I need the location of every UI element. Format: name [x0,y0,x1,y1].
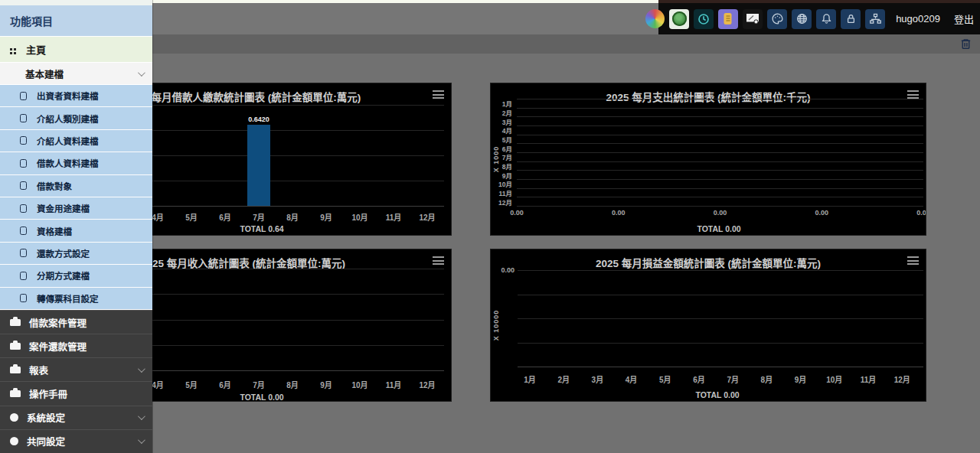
axis-unit-label: X 1000 [492,146,500,173]
sidebar-item-6[interactable]: 資金用途建檔 [0,197,152,220]
sidebar-item-5[interactable]: 借款對象 [0,175,152,197]
sidebar-item-label: 借款案件管理 [29,315,143,330]
axis-tick-label: 0.00 [492,266,514,274]
form-icon [20,181,27,190]
chevron-down-icon [138,69,145,77]
sidebar-item-label: 分期方式建檔 [37,269,90,282]
sidebar-title: 功能項目 [0,5,152,37]
gridline [517,143,923,144]
sidebar-item-label: 案件還款管理 [29,339,143,354]
sidebar-dark-item-3[interactable]: 報表 [0,357,152,381]
axis-unit-label: X 10000 [492,310,500,341]
chart-menu-icon[interactable] [433,256,444,265]
navbar-right-panel: hugo0209 登出 [658,0,980,34]
sidebar-item-1[interactable]: 出資者資料建檔 [0,85,152,107]
chart-title: 2025 每月損益金額統計圖表 (統計金額單位:萬元) [491,255,926,270]
axis-category-label: 11月 [861,373,877,385]
axis-tick-label: 0.00 [916,209,926,217]
axis-category-label: 7月 [727,373,739,385]
sidebar-group-basic-setup[interactable]: 基本建檔 [0,63,152,85]
sidebar-dark-item-1[interactable]: 借款案件管理 [0,310,152,334]
sphere-icon [10,437,18,445]
sitemap-icon[interactable] [865,9,885,29]
axis-category-label: 9月 [502,171,512,180]
sidebar-dark-item-5[interactable]: 系統設定 [0,406,152,429]
gridline [517,170,923,171]
sidebar-item-label: 介紹人類別建檔 [37,112,99,125]
scroll-icon[interactable] [718,9,738,29]
globe-icon[interactable] [792,9,812,29]
bell-icon[interactable] [816,9,836,29]
sidebar-item-9[interactable]: 分期方式建檔 [0,265,152,287]
axis-category-label: 8月 [286,379,299,390]
chart-menu-icon[interactable] [433,90,444,99]
chart-total: TOTAL 0.64 [240,224,283,233]
sidebar-dark-item-4[interactable]: 操作手冊 [0,381,152,405]
sidebar-item-label: 借款對象 [37,180,72,192]
sidebar-item-label: 操作手冊 [29,386,143,401]
chevron-down-icon [138,365,145,373]
sidebar-item-3[interactable]: 介紹人資料建檔 [0,130,152,152]
axis-category-label: 5月 [185,379,198,390]
axis-category-label: 5月 [185,211,198,223]
clock-icon[interactable] [694,9,714,29]
logout-button[interactable]: 登出 [954,11,974,26]
sidebar-item-label: 共同設定 [27,434,138,448]
form-icon [20,226,27,235]
gridline [518,270,923,271]
sidebar-dark-item-2[interactable]: 案件還款管理 [0,334,152,357]
sidebar-item-7[interactable]: 資格建檔 [0,220,152,242]
chart-menu-icon[interactable] [907,256,919,265]
logo-green-icon[interactable] [669,9,689,29]
trash-icon[interactable] [959,37,972,51]
axis-category-label: 2月 [557,373,570,385]
logo-colorful-icon[interactable] [645,9,665,29]
gridline [517,179,923,180]
lock-icon[interactable] [841,9,861,29]
gridline [517,125,923,126]
sidebar-item-4[interactable]: 借款人資料建檔 [0,152,152,174]
axis-category-label: 12月 [894,373,910,385]
sidebar-item-10[interactable]: 轉傳票科目設定 [0,288,152,310]
axis-category-label: 9月 [320,379,332,390]
sidebar-item-home[interactable]: 主頁 [0,37,152,63]
topbar-icons [645,9,885,29]
axis-category-label: 7月 [253,211,265,223]
sidebar-item-label: 借款人資料建檔 [37,157,99,169]
palette-icon[interactable] [767,9,787,29]
axis-tick-label: 0.00 [815,209,828,217]
axis-category-label: 3月 [592,373,604,385]
axis-category-label: 12月 [498,197,512,207]
bar[interactable] [247,125,270,206]
axis-category-label: 8月 [761,373,773,385]
axis-category-label: 10月 [826,373,842,385]
axis-category-label: 4月 [152,211,164,223]
axis-category-label: 10月 [351,211,368,223]
sphere-icon [10,413,18,422]
bar-value-label: 0.6420 [248,116,270,123]
sidebar-dark-item-6[interactable]: 共同設定 [0,429,152,453]
sidebar-item-label: 出資者資料建檔 [37,90,99,102]
gridline [517,99,923,99]
axis-category-label: 6月 [502,144,512,153]
chart-panel-profit: 2025 每月損益金額統計圖表 (統計金額單位:萬元) X 10000 0.00… [490,249,926,402]
sidebar-item-label: 還款方式設定 [37,247,90,259]
axis-category-label: 5月 [502,135,512,144]
chart-menu-icon[interactable] [907,90,919,99]
sidebar-item-2[interactable]: 介紹人類別建檔 [0,107,152,129]
form-icon [20,114,27,122]
axis-category-label: 10月 [498,179,512,188]
form-icon [20,136,27,145]
axis-category-label: 1月 [524,373,536,385]
gridline [518,318,923,319]
gridline [518,367,923,367]
sidebar-item-8[interactable]: 還款方式設定 [0,243,152,265]
axis-category-label: 6月 [219,379,231,390]
chevron-down-icon [138,412,145,420]
form-icon [20,272,27,280]
chart-panel-expense: 2025 每月支出統計圖表 (統計金額單位:千元) X 1000 1月2月3月4… [490,83,926,236]
presentation-icon[interactable] [743,9,763,29]
chart-total: TOTAL 0.00 [697,224,740,233]
axis-category-label: 4月 [502,125,512,135]
axis-category-label: 9月 [795,373,807,385]
